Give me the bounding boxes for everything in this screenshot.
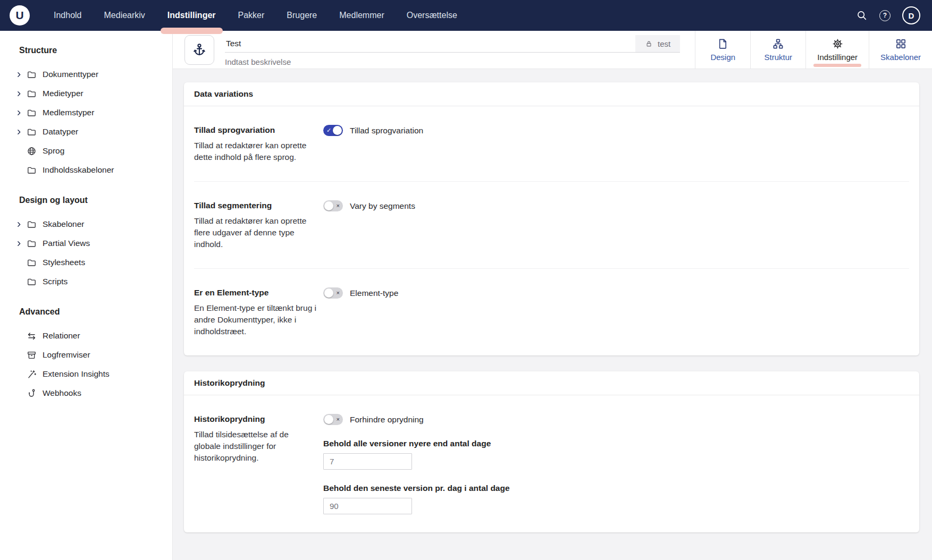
alias-lock-badge[interactable]: test: [635, 35, 680, 52]
settings-sidebar: Structure Dokumenttyper Medietyper: [0, 31, 173, 560]
property-label: Tillad sprogvariation: [194, 124, 317, 135]
folder-icon: [24, 70, 38, 80]
tab-skabeloner[interactable]: Skabeloner: [869, 31, 932, 69]
sidebar-item-medietyper[interactable]: Medietyper: [13, 84, 167, 103]
sidebar-item-label: Extension Insights: [43, 369, 110, 379]
tab-struktur[interactable]: Struktur: [751, 31, 806, 69]
property-editor: × Element-type: [323, 287, 909, 337]
sidebar-item-webhooks[interactable]: Webhooks: [13, 384, 167, 403]
sidebar-item-stylesheets[interactable]: Stylesheets: [13, 253, 167, 272]
card-header: Data variations: [184, 82, 919, 106]
sidebar-item-scripts[interactable]: Scripts: [13, 272, 167, 291]
property-info: Tillad sprogvariation Tillad at redaktør…: [194, 124, 323, 163]
sidebar-item-logfremviser[interactable]: Logfremviser: [13, 345, 167, 364]
entity-icon-picker-button[interactable]: [184, 35, 214, 65]
nav-item-mediearkiv[interactable]: Mediearkiv: [93, 0, 156, 31]
sidebar-item-partial-views[interactable]: Partial Views: [13, 234, 167, 253]
toggle-label: Vary by segments: [350, 201, 415, 211]
toggle-on[interactable]: ✓: [323, 125, 343, 136]
top-nav: U Indhold Mediearkiv Indstillinger Pakke…: [0, 0, 932, 31]
nav-item-pakker[interactable]: Pakker: [227, 0, 276, 31]
help-icon[interactable]: ?: [879, 10, 891, 21]
keep-versions-days-input[interactable]: [323, 453, 412, 470]
umbraco-logo-icon[interactable]: U: [10, 5, 30, 26]
keep-latest-version-days-input[interactable]: [323, 498, 412, 514]
help-glyph: ?: [879, 10, 891, 21]
hook-icon: [24, 388, 38, 398]
chevron-right-icon[interactable]: [13, 90, 24, 97]
folder-icon: [24, 108, 38, 118]
toggle-off[interactable]: ×: [323, 287, 343, 299]
workspace-tabs: Design Struktur Indstillinger: [695, 31, 932, 69]
lock-icon: [645, 40, 653, 48]
toggle-label: Tillad sprogvariation: [350, 126, 423, 135]
nav-item-medlemmer[interactable]: Medlemmer: [328, 0, 395, 31]
chevron-placeholder: [13, 352, 24, 359]
tab-design[interactable]: Design: [695, 31, 751, 69]
property-description: Tillad at redaktører kan oprette dette i…: [194, 140, 317, 163]
tab-label: Indstillinger: [817, 53, 858, 62]
folder-icon: [24, 239, 38, 249]
wand-icon: [24, 369, 38, 379]
document-type-header: test Design Struktur: [173, 31, 932, 69]
chevron-right-icon[interactable]: [13, 109, 24, 116]
sidebar-item-sprog[interactable]: Sprog: [13, 141, 167, 160]
sidebar-section-advanced: Advanced Relationer Logfremviser: [13, 307, 167, 403]
property-row-segmentering: Tillad segmentering Tillad at redaktører…: [194, 182, 909, 269]
property-info: Tillad segmentering Tillad at redaktører…: [194, 200, 323, 250]
check-icon: ✓: [326, 128, 331, 133]
sidebar-item-label: Partial Views: [43, 239, 90, 248]
sidebar-item-extension-insights[interactable]: Extension Insights: [13, 364, 167, 384]
sidebar-item-dokumenttyper[interactable]: Dokumenttyper: [13, 65, 167, 84]
chevron-placeholder: [13, 259, 24, 266]
sidebar-section-title: Structure: [19, 46, 167, 55]
sidebar-item-label: Stylesheets: [43, 258, 85, 267]
toggle-off[interactable]: ×: [323, 200, 343, 211]
chevron-right-icon[interactable]: [13, 129, 24, 135]
sidebar-item-label: Webhooks: [43, 388, 81, 398]
chevron-right-icon[interactable]: [13, 221, 24, 228]
sidebar-item-relationer[interactable]: Relationer: [13, 326, 167, 345]
anchor-icon: [192, 43, 207, 57]
search-icon[interactable]: [856, 10, 868, 21]
sidebar-item-datatyper[interactable]: Datatyper: [13, 122, 167, 141]
sidebar-item-label: Logfremviser: [43, 350, 90, 360]
toggle-knob: [324, 415, 333, 424]
settings-content: Data variations Tillad sprogvariation Ti…: [173, 69, 932, 560]
chevron-right-icon[interactable]: [13, 240, 24, 247]
card-body: Historikoprydning Tillad tilsidesættelse…: [184, 395, 919, 532]
property-label: Tillad segmentering: [194, 200, 317, 211]
chevron-placeholder: [13, 148, 24, 155]
property-label: Er en Element-type: [194, 287, 317, 298]
nav-item-brugere[interactable]: Brugere: [275, 0, 328, 31]
tab-indstillinger[interactable]: Indstillinger: [806, 31, 869, 69]
grid-icon: [895, 38, 907, 50]
property-label: Historikoprydning: [194, 413, 317, 425]
sidebar-section-design-og-layout: Design og layout Skabeloner Partial View…: [13, 196, 167, 291]
toggle-label: Element-type: [350, 289, 398, 298]
sidebar-item-indholdsskabeloner[interactable]: Indholdsskabeloner: [13, 160, 167, 180]
name-and-description: test: [225, 35, 680, 69]
sidebar-item-label: Datatyper: [43, 127, 78, 137]
name-input[interactable]: [225, 35, 635, 52]
nav-item-oversaettelse[interactable]: Oversættelse: [396, 0, 468, 31]
field-label: Behold den seneste version pr. dag i ant…: [323, 483, 909, 493]
relations-arrows-icon: [24, 331, 38, 341]
nav-item-indstillinger[interactable]: Indstillinger: [156, 0, 227, 31]
sidebar-item-skabeloner[interactable]: Skabeloner: [13, 215, 167, 234]
toggle-label: Forhindre oprydning: [350, 415, 424, 425]
chevron-right-icon[interactable]: [13, 71, 24, 78]
field-keep-versions-days: Behold alle versioner nyere end antal da…: [323, 439, 909, 470]
cross-icon: ×: [337, 417, 340, 422]
top-nav-right: ? D: [856, 6, 920, 24]
toggle-off[interactable]: ×: [323, 414, 343, 425]
user-avatar[interactable]: D: [902, 6, 920, 24]
data-variations-card: Data variations Tillad sprogvariation Ti…: [184, 82, 919, 355]
description-input[interactable]: [225, 57, 680, 66]
sidebar-section-title: Design og layout: [19, 196, 167, 205]
gear-icon: [832, 38, 844, 50]
folder-icon: [24, 258, 38, 268]
nav-item-indhold[interactable]: Indhold: [43, 0, 93, 31]
sidebar-item-medlemstyper[interactable]: Medlemstyper: [13, 103, 167, 122]
sidebar-item-label: Sprog: [43, 146, 64, 156]
